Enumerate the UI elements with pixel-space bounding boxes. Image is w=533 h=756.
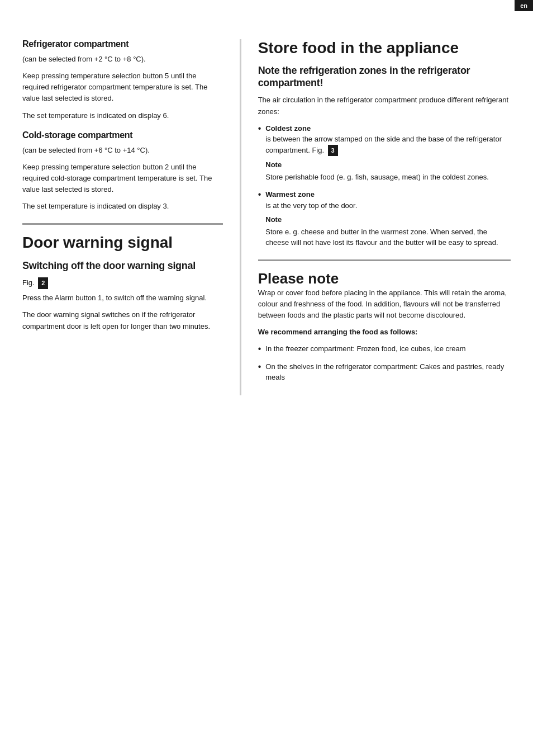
cold-storage-heading: Cold-storage compartment xyxy=(22,130,223,140)
door-warning-heading: Door warning signal xyxy=(22,234,223,252)
warmest-zone-desc: is at the very top of the door. xyxy=(265,200,511,211)
switching-off-heading: Switching off the door warning signal xyxy=(22,260,223,272)
bullet-dot-warmest: • xyxy=(258,189,261,200)
please-note-heading: Please note xyxy=(258,270,511,287)
bullet-dot-freezer: • xyxy=(258,343,261,354)
coldest-note-label: Note xyxy=(265,159,511,171)
freezer-item: • In the freezer compartment: Frozen foo… xyxy=(258,343,511,355)
refrigerator-heading: Refrigerator compartment xyxy=(22,39,223,49)
bullet-dot-coldest: • xyxy=(258,123,261,134)
warmest-zone-content: Warmest zone is at the very top of the d… xyxy=(265,189,511,248)
left-column: Refrigerator compartment (can be selecte… xyxy=(0,34,240,395)
freezer-text: In the freezer compartment: Frozen food,… xyxy=(265,343,465,355)
warmest-note-text: Store e. g. cheese and butter in the war… xyxy=(265,226,511,248)
store-food-heading: Store food in the appliance xyxy=(258,39,511,57)
fig-label: Fig. 2 xyxy=(22,277,223,289)
coldest-fig-badge: 3 xyxy=(328,145,338,157)
warmest-note-label: Note xyxy=(265,214,511,225)
please-note-para: Wrap or cover food before placing in the… xyxy=(258,287,511,321)
page: en Refrigerator compartment (can be sele… xyxy=(0,0,533,756)
coldest-note-text: Store perishable food (e. g. fish, sausa… xyxy=(265,172,511,183)
coldest-zone-content: Coldest zone is between the arrow stampe… xyxy=(265,123,511,183)
warmest-zone-item: • Warmest zone is at the very top of the… xyxy=(258,189,511,248)
refrigerator-para1: Keep pressing temperature selection butt… xyxy=(22,70,223,104)
coldest-zone-desc: is between the arrow stamped on the side… xyxy=(265,134,511,156)
section-divider xyxy=(22,223,223,225)
zones-list: • Coldest zone is between the arrow stam… xyxy=(258,123,511,248)
coldest-fig-label: Fig. xyxy=(312,146,324,154)
door-warning-para2: The door warning signal switches on if t… xyxy=(22,309,223,332)
language-badge: en xyxy=(515,0,533,11)
coldest-zone-title: Coldest zone xyxy=(265,123,511,134)
cold-storage-range: (can be selected from +6 °C to +14 °C). xyxy=(22,145,223,156)
note-refrigeration-heading: Note the refrigeration zones in the refr… xyxy=(258,65,511,89)
coldest-zone-item: • Coldest zone is between the arrow stam… xyxy=(258,123,511,183)
bullet-dot-shelves: • xyxy=(258,361,261,372)
warmest-zone-title: Warmest zone xyxy=(265,189,511,200)
refrigerator-para2: The set temperature is indicated on disp… xyxy=(22,110,223,121)
fig-number-badge: 2 xyxy=(38,277,48,289)
cold-storage-para2: The set temperature is indicated on disp… xyxy=(22,201,223,212)
recommend-heading: We recommend arranging the food as follo… xyxy=(258,327,511,338)
recommend-list: • In the freezer compartment: Frozen foo… xyxy=(258,343,511,383)
cold-storage-para1: Keep pressing temperature selection butt… xyxy=(22,162,223,195)
store-food-intro: The air circulation in the refrigerator … xyxy=(258,94,511,117)
shelves-item: • On the shelves in the refrigerator com… xyxy=(258,361,511,383)
fig-text: Fig. xyxy=(22,278,35,287)
right-section-divider xyxy=(258,259,511,261)
refrigerator-range: (can be selected from +2 °C to +8 °C). xyxy=(22,54,223,65)
door-warning-para1: Press the Alarm button 1, to switch off … xyxy=(22,292,223,304)
shelves-text: On the shelves in the refrigerator compa… xyxy=(265,361,511,383)
right-column: Store food in the appliance Note the ref… xyxy=(241,34,533,395)
